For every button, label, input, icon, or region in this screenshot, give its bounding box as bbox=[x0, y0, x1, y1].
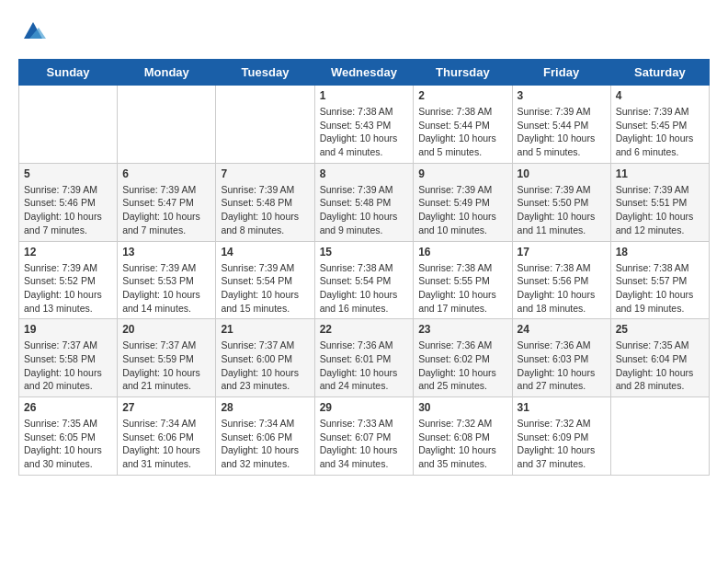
column-header-tuesday: Tuesday bbox=[216, 60, 314, 86]
calendar-cell: 4Sunrise: 7:39 AMSunset: 5:45 PMDaylight… bbox=[610, 86, 709, 164]
day-number: 14 bbox=[221, 246, 309, 259]
day-details: Sunrise: 7:35 AMSunset: 6:04 PMDaylight:… bbox=[616, 339, 704, 393]
calendar-cell: 3Sunrise: 7:39 AMSunset: 5:44 PMDaylight… bbox=[512, 86, 610, 164]
calendar-cell: 9Sunrise: 7:39 AMSunset: 5:49 PMDaylight… bbox=[414, 163, 512, 241]
day-details: Sunrise: 7:39 AMSunset: 5:54 PMDaylight:… bbox=[221, 261, 309, 316]
day-details: Sunrise: 7:32 AMSunset: 6:09 PMDaylight:… bbox=[518, 417, 606, 471]
day-number: 30 bbox=[418, 401, 506, 414]
day-number: 23 bbox=[418, 323, 506, 336]
calendar-cell: 15Sunrise: 7:38 AMSunset: 5:54 PMDayligh… bbox=[314, 241, 414, 319]
day-details: Sunrise: 7:39 AMSunset: 5:51 PMDaylight:… bbox=[616, 183, 704, 237]
day-number: 18 bbox=[616, 246, 704, 259]
calendar-cell: 23Sunrise: 7:36 AMSunset: 6:02 PMDayligh… bbox=[414, 319, 512, 397]
calendar-week-row: 26Sunrise: 7:35 AMSunset: 6:05 PMDayligh… bbox=[19, 397, 710, 476]
day-number: 31 bbox=[518, 401, 606, 414]
day-number: 6 bbox=[122, 167, 210, 180]
day-number: 13 bbox=[122, 246, 210, 259]
calendar-cell: 13Sunrise: 7:39 AMSunset: 5:53 PMDayligh… bbox=[118, 241, 216, 319]
day-details: Sunrise: 7:35 AMSunset: 6:05 PMDaylight:… bbox=[24, 417, 112, 471]
day-details: Sunrise: 7:38 AMSunset: 5:56 PMDaylight:… bbox=[518, 261, 606, 316]
calendar-cell: 18Sunrise: 7:38 AMSunset: 5:57 PMDayligh… bbox=[610, 241, 709, 319]
calendar-cell: 17Sunrise: 7:38 AMSunset: 5:56 PMDayligh… bbox=[512, 241, 610, 319]
calendar-cell bbox=[118, 86, 216, 164]
calendar-cell: 20Sunrise: 7:37 AMSunset: 5:59 PMDayligh… bbox=[118, 319, 216, 397]
calendar-week-row: 5Sunrise: 7:39 AMSunset: 5:46 PMDaylight… bbox=[19, 163, 710, 241]
day-number: 5 bbox=[24, 167, 112, 180]
calendar-cell: 10Sunrise: 7:39 AMSunset: 5:50 PMDayligh… bbox=[512, 163, 610, 241]
calendar-cell: 28Sunrise: 7:34 AMSunset: 6:06 PMDayligh… bbox=[216, 397, 314, 476]
day-details: Sunrise: 7:39 AMSunset: 5:50 PMDaylight:… bbox=[518, 183, 606, 237]
day-details: Sunrise: 7:39 AMSunset: 5:48 PMDaylight:… bbox=[320, 183, 409, 237]
day-number: 1 bbox=[320, 89, 409, 102]
day-number: 9 bbox=[418, 167, 506, 180]
day-details: Sunrise: 7:39 AMSunset: 5:45 PMDaylight:… bbox=[616, 105, 704, 159]
day-details: Sunrise: 7:38 AMSunset: 5:43 PMDaylight:… bbox=[320, 105, 409, 159]
day-details: Sunrise: 7:37 AMSunset: 6:00 PMDaylight:… bbox=[221, 339, 309, 393]
column-header-thursday: Thursday bbox=[414, 60, 512, 86]
calendar-cell bbox=[610, 397, 709, 476]
calendar-table: SundayMondayTuesdayWednesdayThursdayFrid… bbox=[18, 59, 710, 476]
calendar-cell: 8Sunrise: 7:39 AMSunset: 5:48 PMDaylight… bbox=[314, 163, 414, 241]
column-header-friday: Friday bbox=[512, 60, 610, 86]
day-number: 27 bbox=[122, 401, 210, 414]
day-details: Sunrise: 7:38 AMSunset: 5:54 PMDaylight:… bbox=[320, 261, 409, 316]
calendar-cell: 14Sunrise: 7:39 AMSunset: 5:54 PMDayligh… bbox=[216, 241, 314, 319]
day-details: Sunrise: 7:36 AMSunset: 6:01 PMDaylight:… bbox=[320, 339, 409, 393]
day-number: 22 bbox=[320, 323, 409, 336]
day-details: Sunrise: 7:39 AMSunset: 5:52 PMDaylight:… bbox=[24, 261, 112, 316]
day-number: 24 bbox=[518, 323, 606, 336]
column-header-monday: Monday bbox=[118, 60, 216, 86]
calendar-cell: 6Sunrise: 7:39 AMSunset: 5:47 PMDaylight… bbox=[118, 163, 216, 241]
calendar-week-row: 1Sunrise: 7:38 AMSunset: 5:43 PMDaylight… bbox=[19, 86, 710, 164]
column-header-wednesday: Wednesday bbox=[314, 60, 414, 86]
calendar-cell: 31Sunrise: 7:32 AMSunset: 6:09 PMDayligh… bbox=[512, 397, 610, 476]
calendar-cell: 22Sunrise: 7:36 AMSunset: 6:01 PMDayligh… bbox=[314, 319, 414, 397]
day-details: Sunrise: 7:39 AMSunset: 5:47 PMDaylight:… bbox=[122, 183, 210, 237]
day-number: 3 bbox=[518, 89, 606, 102]
day-number: 2 bbox=[418, 89, 506, 102]
calendar-cell: 16Sunrise: 7:38 AMSunset: 5:55 PMDayligh… bbox=[414, 241, 512, 319]
day-details: Sunrise: 7:34 AMSunset: 6:06 PMDaylight:… bbox=[221, 417, 309, 471]
day-details: Sunrise: 7:32 AMSunset: 6:08 PMDaylight:… bbox=[418, 417, 506, 471]
calendar-cell: 12Sunrise: 7:39 AMSunset: 5:52 PMDayligh… bbox=[19, 241, 118, 319]
day-number: 28 bbox=[221, 401, 309, 414]
day-number: 16 bbox=[418, 246, 506, 259]
day-details: Sunrise: 7:39 AMSunset: 5:44 PMDaylight:… bbox=[518, 105, 606, 159]
day-details: Sunrise: 7:39 AMSunset: 5:48 PMDaylight:… bbox=[221, 183, 309, 237]
day-number: 29 bbox=[320, 401, 409, 414]
day-details: Sunrise: 7:38 AMSunset: 5:55 PMDaylight:… bbox=[418, 261, 506, 316]
day-details: Sunrise: 7:33 AMSunset: 6:07 PMDaylight:… bbox=[320, 417, 409, 471]
day-number: 25 bbox=[616, 323, 704, 336]
page-header bbox=[18, 18, 710, 44]
calendar-cell: 25Sunrise: 7:35 AMSunset: 6:04 PMDayligh… bbox=[610, 319, 709, 397]
calendar-cell: 5Sunrise: 7:39 AMSunset: 5:46 PMDaylight… bbox=[19, 163, 118, 241]
calendar-cell: 11Sunrise: 7:39 AMSunset: 5:51 PMDayligh… bbox=[610, 163, 709, 241]
calendar-cell: 21Sunrise: 7:37 AMSunset: 6:00 PMDayligh… bbox=[216, 319, 314, 397]
day-number: 17 bbox=[518, 246, 606, 259]
day-details: Sunrise: 7:36 AMSunset: 6:03 PMDaylight:… bbox=[518, 339, 606, 393]
day-number: 20 bbox=[122, 323, 210, 336]
day-number: 26 bbox=[24, 401, 112, 414]
calendar-cell: 24Sunrise: 7:36 AMSunset: 6:03 PMDayligh… bbox=[512, 319, 610, 397]
day-details: Sunrise: 7:37 AMSunset: 5:59 PMDaylight:… bbox=[122, 339, 210, 393]
day-number: 21 bbox=[221, 323, 309, 336]
day-details: Sunrise: 7:36 AMSunset: 6:02 PMDaylight:… bbox=[418, 339, 506, 393]
day-number: 4 bbox=[616, 89, 704, 102]
calendar-cell bbox=[19, 86, 118, 164]
calendar-cell: 26Sunrise: 7:35 AMSunset: 6:05 PMDayligh… bbox=[19, 397, 118, 476]
calendar-week-row: 12Sunrise: 7:39 AMSunset: 5:52 PMDayligh… bbox=[19, 241, 710, 319]
calendar-cell: 1Sunrise: 7:38 AMSunset: 5:43 PMDaylight… bbox=[314, 86, 414, 164]
calendar-cell bbox=[216, 86, 314, 164]
day-number: 11 bbox=[616, 167, 704, 180]
column-header-sunday: Sunday bbox=[19, 60, 118, 86]
calendar-header-row: SundayMondayTuesdayWednesdayThursdayFrid… bbox=[19, 60, 710, 86]
day-number: 12 bbox=[24, 246, 112, 259]
day-number: 8 bbox=[320, 167, 409, 180]
day-details: Sunrise: 7:39 AMSunset: 5:46 PMDaylight:… bbox=[24, 183, 112, 237]
day-details: Sunrise: 7:37 AMSunset: 5:58 PMDaylight:… bbox=[24, 339, 112, 393]
day-number: 19 bbox=[24, 323, 112, 336]
calendar-cell: 19Sunrise: 7:37 AMSunset: 5:58 PMDayligh… bbox=[19, 319, 118, 397]
day-details: Sunrise: 7:38 AMSunset: 5:57 PMDaylight:… bbox=[616, 261, 704, 316]
day-details: Sunrise: 7:34 AMSunset: 6:06 PMDaylight:… bbox=[122, 417, 210, 471]
day-number: 10 bbox=[518, 167, 606, 180]
